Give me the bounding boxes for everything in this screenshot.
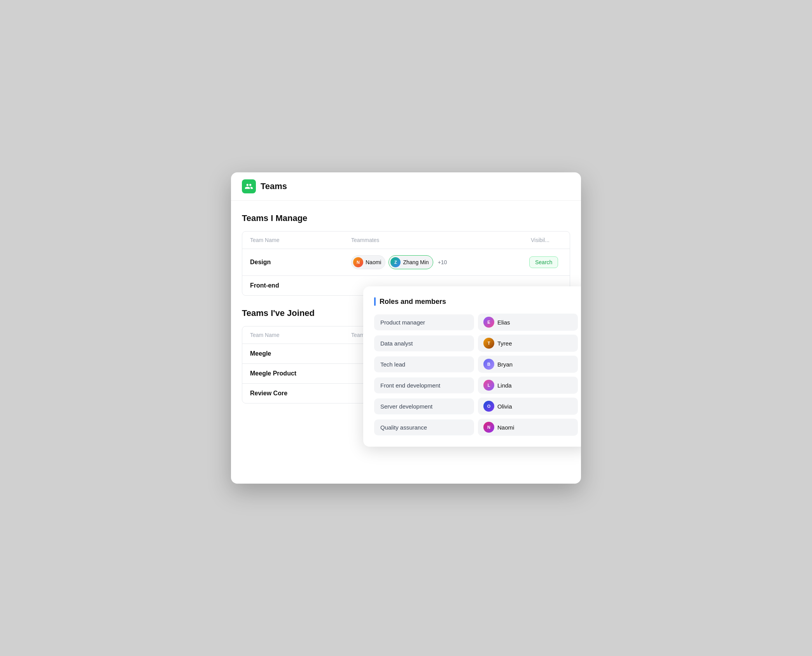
- roles-list: Product manager E Elias Data analyst T T…: [374, 314, 578, 436]
- role-chip-front-end-dev: Front end development: [374, 377, 474, 393]
- team-name-review-core: Review Core: [242, 384, 343, 403]
- role-row-front-end-dev: Front end development L Linda: [374, 377, 578, 394]
- main-window: Teams Teams I Manage Team Name Teammates…: [231, 172, 581, 484]
- popup-title-container: Roles and members: [374, 297, 578, 306]
- avatar-naomi2: N: [483, 422, 494, 433]
- col-teammates: Teammates: [343, 232, 523, 249]
- page-title: Teams: [261, 181, 287, 191]
- col-team-name-joined: Team Name: [242, 326, 343, 344]
- avatar-naomi: N: [353, 257, 363, 267]
- team-name-design: Design: [242, 249, 343, 275]
- managed-section-title: Teams I Manage: [242, 213, 570, 223]
- app-header: Teams: [231, 172, 581, 201]
- popup-title-text: Roles and members: [380, 298, 446, 306]
- managed-table-header: Team Name Teammates Visibil...: [242, 232, 570, 249]
- avatar-zhang: Z: [390, 257, 401, 267]
- member-chip-linda[interactable]: L Linda: [478, 377, 578, 394]
- avatar-linda: L: [483, 380, 494, 391]
- role-chip-product-manager: Product manager: [374, 314, 474, 330]
- role-row-product-manager: Product manager E Elias: [374, 314, 578, 331]
- role-row-data-analyst: Data analyst T Tyree: [374, 335, 578, 352]
- visibility-design: Search: [523, 249, 570, 275]
- avatar-olivia: O: [483, 401, 494, 412]
- search-badge[interactable]: Search: [529, 256, 558, 268]
- table-row[interactable]: Design N Naomi Z Zhang Min +10: [242, 249, 570, 276]
- member-chip-tyree[interactable]: T Tyree: [478, 335, 578, 352]
- team-name-meegle: Meegle: [242, 344, 343, 363]
- member-chip-naomi[interactable]: N Naomi: [478, 419, 578, 436]
- avatar-tyree: T: [483, 338, 494, 349]
- teams-svg-icon: [245, 182, 253, 191]
- popup-title-bar: [374, 297, 376, 306]
- role-chip-tech-lead: Tech lead: [374, 356, 474, 372]
- managed-section: Teams I Manage Team Name Teammates Visib…: [242, 213, 570, 296]
- member-chip-olivia[interactable]: O Olivia: [478, 398, 578, 415]
- role-row-qa: Quality assurance N Naomi: [374, 419, 578, 436]
- role-row-server-dev: Server development O Olivia: [374, 398, 578, 415]
- teams-app-icon: [242, 179, 256, 193]
- team-name-frontend: Front-end: [242, 276, 343, 295]
- role-chip-qa: Quality assurance: [374, 419, 474, 435]
- role-chip-server-dev: Server development: [374, 398, 474, 414]
- member-chip-bryan[interactable]: B Bryan: [478, 356, 578, 373]
- role-row-tech-lead: Tech lead B Bryan: [374, 356, 578, 373]
- teammates-design: N Naomi Z Zhang Min +10: [343, 249, 523, 275]
- col-visibility: Visibil...: [523, 232, 570, 249]
- team-name-meegle-product: Meegle Product: [242, 364, 343, 383]
- teammate-chip-zhangmin[interactable]: Z Zhang Min: [388, 255, 433, 269]
- main-content: Teams I Manage Team Name Teammates Visib…: [231, 201, 581, 428]
- avatar-bryan: B: [483, 359, 494, 370]
- member-chip-elias[interactable]: E Elias: [478, 314, 578, 331]
- role-chip-data-analyst: Data analyst: [374, 335, 474, 351]
- col-team-name: Team Name: [242, 232, 343, 249]
- roles-popup: Roles and members Product manager E Elia…: [363, 286, 581, 447]
- teammate-chip-naomi[interactable]: N Naomi: [351, 255, 385, 269]
- avatar-elias: E: [483, 317, 494, 328]
- extra-count: +10: [438, 259, 447, 265]
